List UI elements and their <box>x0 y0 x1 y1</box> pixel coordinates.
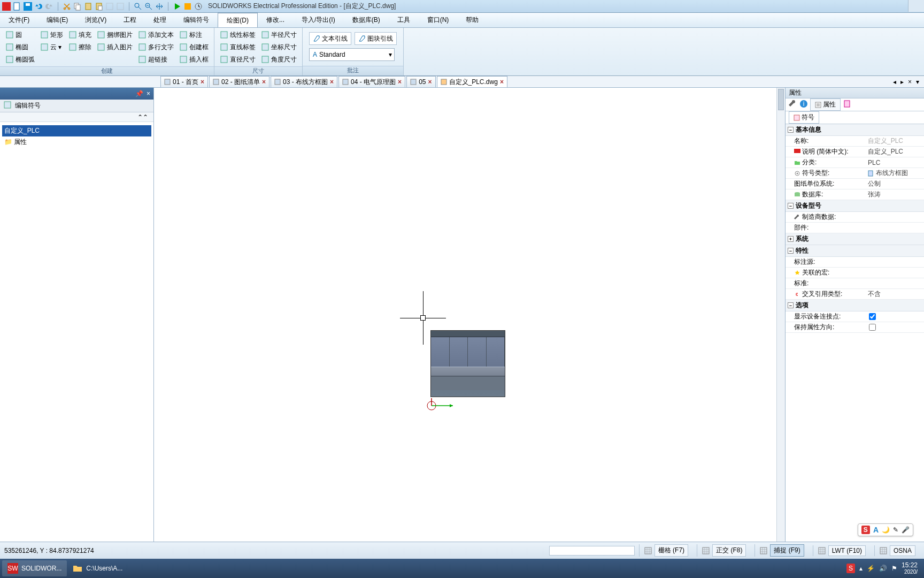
wrench-icon[interactable] <box>789 100 797 110</box>
pan-icon[interactable] <box>155 2 164 11</box>
property-group-header[interactable]: +系统 <box>786 233 924 245</box>
ribbon-button[interactable]: 插入图片 <box>95 41 135 53</box>
collapse-icon[interactable]: − <box>788 203 794 209</box>
zoom-in-icon[interactable] <box>134 2 142 11</box>
menu-item[interactable]: 导入/导出(I) <box>293 13 344 27</box>
property-value[interactable]: 自定义_PLC <box>868 147 903 156</box>
redo-icon[interactable] <box>45 2 53 11</box>
property-group-header[interactable]: −基本信息 <box>786 124 924 136</box>
ime-item[interactable]: S <box>861 526 870 534</box>
ribbon-button[interactable]: 云 ▾ <box>38 41 65 53</box>
tray-flag-icon[interactable]: ⚑ <box>891 565 897 572</box>
menu-item[interactable]: 窗口(N) <box>419 13 458 27</box>
ime-item[interactable]: 🎤 <box>902 526 910 534</box>
tray-ime-icon[interactable]: S <box>846 564 855 573</box>
menu-item[interactable]: 处理 <box>145 13 175 27</box>
status-toggle[interactable]: 捕捉 (F9) <box>770 544 804 557</box>
doctab-nav-btn[interactable]: ▸ <box>899 78 905 86</box>
status-toggle[interactable]: 栅格 (F7) <box>654 544 688 557</box>
menu-item[interactable]: 编辑(E) <box>38 13 76 27</box>
property-value[interactable]: 张涛 <box>868 190 881 199</box>
document-tab[interactable]: 05× <box>406 76 435 87</box>
ribbon-button[interactable]: 坐标尺寸 <box>259 41 299 53</box>
paste-special-icon[interactable] <box>95 2 103 11</box>
ribbon-button[interactable]: 半径尺寸 <box>259 29 299 41</box>
left-panel-tab[interactable]: 编辑符号 <box>15 101 41 110</box>
ribbon-button[interactable]: 多行文字 <box>136 41 176 53</box>
taskbar-app-explorer[interactable]: C:\Users\A... <box>67 560 128 576</box>
taskbar-app-solidworks[interactable]: SW SOLIDWOR... <box>2 560 67 576</box>
close-tab-icon[interactable]: × <box>201 78 204 86</box>
ribbon-button[interactable]: 插入框 <box>177 54 211 65</box>
minimize-button[interactable] <box>908 0 924 12</box>
tray-network-icon[interactable]: ⚡ <box>867 565 875 572</box>
undo-icon[interactable] <box>34 2 43 11</box>
menu-item[interactable]: 文件(F) <box>0 13 38 27</box>
ribbon-button[interactable]: 擦除 <box>66 41 94 53</box>
save-icon[interactable] <box>24 2 32 11</box>
drawing-canvas[interactable] <box>154 88 785 542</box>
doctab-nav-btn[interactable]: ▾ <box>914 78 921 86</box>
document-tab[interactable]: 04 - 电气原理图× <box>338 76 405 87</box>
menu-item[interactable]: 修改... <box>258 13 293 27</box>
tray-up-icon[interactable]: ▴ <box>859 565 863 572</box>
style-combo[interactable]: AStandard▾ <box>309 48 395 61</box>
document-tab[interactable]: 01 - 首页× <box>160 76 208 87</box>
ribbon-button[interactable]: 角度尺寸 <box>259 54 299 65</box>
annotation-button[interactable]: 文本引线 <box>309 32 351 45</box>
annotation-button[interactable]: 图块引线 <box>355 32 397 45</box>
blank2-icon[interactable] <box>116 2 125 11</box>
vertical-scrollbar[interactable] <box>776 88 785 542</box>
clock[interactable]: 15:22 2020/ <box>902 562 918 575</box>
close-tab-icon[interactable]: × <box>330 78 334 86</box>
tree-item[interactable]: 自定义_PLC <box>2 125 151 136</box>
ime-item[interactable]: A <box>873 526 879 534</box>
property-group-header[interactable]: −设备型号 <box>786 200 924 212</box>
cut-icon[interactable] <box>63 2 71 11</box>
close-tab-icon[interactable]: × <box>428 78 432 86</box>
macro-icon[interactable] <box>183 2 192 11</box>
collapse-icon[interactable]: − <box>788 127 794 133</box>
doctab-nav-btn[interactable]: ◂ <box>891 78 898 86</box>
ribbon-button[interactable]: 椭圆弧 <box>3 54 37 65</box>
property-value[interactable]: 自定义_PLC <box>868 136 903 146</box>
ribbon-button[interactable]: 超链接 <box>136 54 176 65</box>
ime-item[interactable]: ✎ <box>893 526 898 534</box>
play-icon[interactable] <box>173 2 181 11</box>
property-value[interactable]: 布线方框图 <box>876 169 908 178</box>
plc-component[interactable] <box>430 330 505 397</box>
collapse-icon[interactable]: − <box>788 248 794 254</box>
ribbon-button[interactable]: 矩形 <box>38 29 65 41</box>
ribbon-button[interactable]: 直径尺寸 <box>218 54 258 65</box>
copy-icon[interactable] <box>73 2 82 11</box>
ribbon-button[interactable]: 创建框 <box>177 41 211 53</box>
menu-item[interactable]: 数据库(B) <box>344 13 389 27</box>
collapse-icon[interactable]: − <box>788 302 794 308</box>
info-icon[interactable]: i <box>799 100 808 110</box>
symbol-subtab[interactable]: 符号 <box>789 111 819 124</box>
tree-item[interactable]: 📁 属性 <box>2 136 151 148</box>
collapse-bar[interactable]: ⌃⌃ <box>0 112 153 122</box>
ribbon-button[interactable]: 填充 <box>66 29 94 41</box>
document-tab[interactable]: 自定义_PLC.dwg× <box>437 76 507 87</box>
ribbon-button[interactable]: 椭圆 <box>3 41 37 53</box>
properties-tab[interactable]: 属性 <box>810 98 841 111</box>
zoom-out-icon[interactable] <box>144 2 153 11</box>
expand-icon[interactable]: + <box>788 236 794 242</box>
status-toggle[interactable]: OSNA <box>890 545 915 556</box>
status-toggle[interactable]: LWT (F10) <box>828 545 866 556</box>
menu-item[interactable]: 工具 <box>389 13 419 27</box>
menu-item[interactable]: 帮助 <box>457 13 487 27</box>
property-group-header[interactable]: −选项 <box>786 300 924 311</box>
property-value[interactable]: PLC <box>868 159 880 166</box>
close-tab-icon[interactable]: × <box>500 78 504 86</box>
property-value[interactable]: 不含 <box>868 290 881 299</box>
document-tab[interactable]: 02 - 图纸清单× <box>209 76 270 87</box>
menu-item[interactable]: 绘图(D) <box>218 13 258 27</box>
menu-item[interactable]: 浏览(V) <box>76 13 115 27</box>
clipboard-icon[interactable] <box>843 100 851 110</box>
doctab-nav-btn[interactable]: × <box>906 78 913 86</box>
property-checkbox[interactable] <box>869 313 876 320</box>
document-tab[interactable]: 03 - 布线方框图× <box>271 76 337 87</box>
close-panel-icon[interactable]: × <box>147 90 150 97</box>
